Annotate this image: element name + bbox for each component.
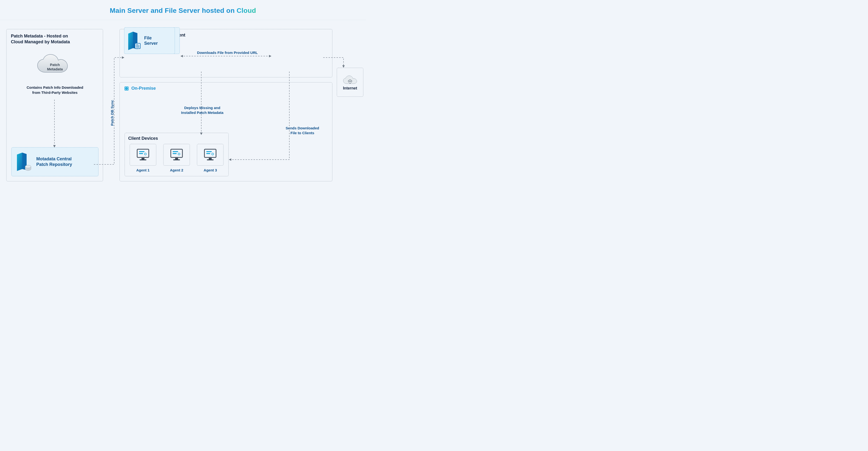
edge-download-url-label: Downloads File from Provided URL <box>186 50 269 55</box>
svg-point-15 <box>145 153 146 155</box>
edge-deploy-label: Deploys Missing and Installed Patch Meta… <box>173 105 231 115</box>
agent-card <box>197 144 223 166</box>
edge-patch-db-sync-label: Patch DB Sync <box>110 100 115 126</box>
send-l1: Sends Downloaded <box>278 126 327 131</box>
internet-label: Internet <box>343 86 357 91</box>
heading-line-1: Patch Metadata - Hosted on <box>11 33 98 39</box>
svg-rect-26 <box>206 153 210 154</box>
file-server: File Server <box>124 27 175 54</box>
repo-line-2: Patch Repository <box>36 162 72 167</box>
on-premise-title: On-Premise <box>124 86 328 91</box>
svg-rect-17 <box>175 158 178 159</box>
agents-row: Agent 1 Agent 2 <box>128 144 225 172</box>
desc-line-1: Contains Patch Info Downloaded <box>19 85 91 90</box>
agent-3: Agent 3 <box>196 144 225 172</box>
svg-point-21 <box>178 153 180 155</box>
agent-2: Agent 2 <box>162 144 191 172</box>
patch-metadata-heading: Patch Metadata - Hosted on Cloud Managed… <box>11 33 98 45</box>
svg-rect-19 <box>173 151 178 152</box>
server-db-icon <box>15 152 32 171</box>
repo-line-1: Motadata Central <box>36 156 72 162</box>
agent-1: Agent 1 <box>128 144 157 172</box>
building-icon <box>124 86 129 91</box>
client-devices-box: Client Devices Agent 1 <box>125 133 228 176</box>
svg-rect-25 <box>206 151 212 152</box>
file-l2: Server <box>144 41 158 46</box>
file-l1: File <box>144 35 158 41</box>
svg-text:Patch: Patch <box>50 63 60 67</box>
svg-point-28 <box>349 83 350 84</box>
page-title: Main Server and File Server hosted on Cl… <box>0 7 366 14</box>
svg-rect-23 <box>209 158 212 159</box>
deploy-l1: Deploys Missing and <box>173 105 231 110</box>
svg-rect-13 <box>139 151 145 152</box>
agent-label: Agent 2 <box>170 168 183 172</box>
file-server-label: File Server <box>144 35 158 46</box>
svg-rect-5 <box>125 87 128 91</box>
internet-cloud-icon <box>343 74 357 85</box>
edge-send-file-label: Sends Downloaded File to Clients <box>278 126 327 136</box>
svg-rect-9 <box>127 89 128 90</box>
cloud-icon: Patch Metadata <box>36 54 74 77</box>
client-devices-title: Client Devices <box>128 136 225 141</box>
internet-box: Internet <box>337 68 363 97</box>
on-premise-title-text: On-Premise <box>131 86 156 91</box>
repo-label: Motadata Central Patch Repository <box>36 156 72 168</box>
svg-text:Metadata: Metadata <box>47 67 63 71</box>
send-l2: File to Clients <box>278 131 327 135</box>
monitor-icon <box>203 148 217 161</box>
deploy-l2: Installed Patch Metadata <box>173 110 231 115</box>
central-patch-repo: Motadata Central Patch Repository <box>11 147 98 176</box>
svg-rect-11 <box>142 158 145 159</box>
monitor-icon <box>136 148 150 161</box>
svg-rect-18 <box>173 159 180 160</box>
patch-metadata-cloud: Patch Metadata Patch Metadata <box>36 54 74 77</box>
svg-point-27 <box>212 153 214 155</box>
svg-rect-7 <box>127 87 128 88</box>
monitor-icon <box>169 148 184 161</box>
svg-rect-6 <box>125 87 126 88</box>
title-part-3: Cloud <box>237 7 256 14</box>
patch-metadata-description: Contains Patch Info Downloaded from Thir… <box>19 85 91 95</box>
page-header: Main Server and File Server hosted on Cl… <box>0 0 366 20</box>
desc-line-2: from Third-Party Websites <box>19 90 91 95</box>
agent-card <box>130 144 156 166</box>
svg-rect-8 <box>125 89 126 90</box>
title-part-2: on <box>226 7 235 14</box>
patch-metadata-container: Patch Metadata - Hosted on Cloud Managed… <box>6 29 103 181</box>
svg-rect-20 <box>173 153 177 154</box>
agent-label: Agent 1 <box>136 168 150 172</box>
server-file-icon <box>127 31 141 50</box>
title-part-1: Main Server and File Server hosted <box>110 7 224 14</box>
svg-rect-12 <box>140 159 146 160</box>
svg-rect-14 <box>139 153 143 154</box>
agent-card <box>163 144 190 166</box>
svg-point-3 <box>25 165 31 168</box>
agent-label: Agent 3 <box>204 168 217 172</box>
svg-rect-24 <box>207 159 214 160</box>
heading-line-2: Cloud Managed by Motadata <box>11 39 98 45</box>
